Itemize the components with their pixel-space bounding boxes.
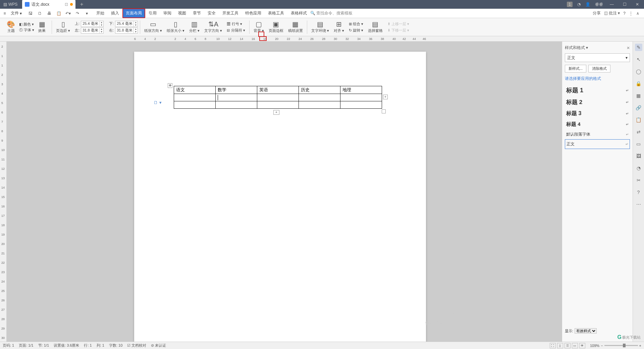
ribbon-tab-9[interactable]: 特色应用 (242, 8, 265, 18)
zoom-in-button[interactable]: + (639, 344, 641, 348)
ribbon-tab-0[interactable]: 开始 (93, 8, 108, 18)
file-menu[interactable]: 文件 ▾ (9, 10, 24, 16)
ribbon-tab-6[interactable]: 章节 (190, 8, 204, 18)
table-header-cell[interactable]: 英语 (257, 86, 299, 94)
paste-icon[interactable]: 📋 (55, 10, 62, 17)
zoom-control[interactable]: 109% − + (590, 344, 641, 348)
style-item[interactable]: 默认段落字体↵ (565, 130, 630, 139)
link-icon[interactable]: 🔗 (635, 104, 642, 111)
style-item[interactable]: 标题 1↵ (565, 84, 630, 96)
image-icon[interactable]: 🖼 (635, 152, 642, 160)
margin-top-input[interactable]: 25.4 毫米▲▼ (81, 21, 104, 27)
current-style-select[interactable]: 正文▾ (565, 53, 630, 62)
help-side-icon[interactable]: ? (635, 189, 642, 196)
add-tab-button[interactable]: + (75, 1, 88, 7)
status-column[interactable]: 列: 1 (97, 343, 104, 348)
shape-icon[interactable]: ◯ (635, 68, 642, 75)
panel-close-button[interactable]: ✕ (627, 46, 630, 50)
clock-icon[interactable]: ◔ (635, 164, 642, 172)
show-select[interactable]: 有效样式 (575, 328, 597, 334)
layout-icon[interactable]: ▦ (635, 92, 642, 99)
ribbon-tab-7[interactable]: 安全 (204, 8, 219, 18)
breaks-button[interactable]: ⊟ 分隔符 ▾ (227, 28, 245, 33)
status-page[interactable]: 页面: 1/1 (19, 343, 33, 348)
maximize-button[interactable]: ☐ (621, 2, 629, 7)
paper-setting-button[interactable]: ▦稿纸设置 (286, 18, 305, 36)
selpane-button[interactable]: ▤选择窗格 (366, 18, 385, 36)
undo-icon[interactable]: ↶▾ (65, 10, 71, 17)
table-header-cell[interactable]: 历史 (299, 86, 340, 94)
ribbon-tab-2[interactable]: 页面布局 (122, 8, 145, 18)
status-line[interactable]: 行: 1 (84, 343, 92, 348)
notif-badge[interactable]: 1 (567, 2, 573, 7)
horizontal-ruler[interactable]: 6422468101214161820222426283032343638404… (0, 36, 644, 42)
ribbon-tab-1[interactable]: 插入 (108, 8, 122, 18)
table-row[interactable] (174, 94, 382, 101)
qat-dropdown-icon[interactable]: ▾ (84, 10, 90, 17)
select-icon[interactable]: ↖ (635, 56, 642, 63)
clear-format-button[interactable]: 清除格式 (588, 65, 610, 72)
margin-left-input[interactable]: 31.8 毫米▲▼ (81, 28, 104, 34)
rotate-button[interactable]: ↻ 旋转 ▾ (349, 28, 363, 33)
page-icon[interactable]: ▭ (635, 140, 642, 148)
status-auth[interactable]: ⊘ 未认证 (151, 343, 166, 348)
table-row[interactable] (174, 101, 382, 109)
user-avatar-icon[interactable]: 👤 (585, 2, 590, 7)
pageborder-button[interactable]: ▣页面边框 (267, 18, 285, 36)
document-table[interactable]: 语文数学英语历史地理 (174, 86, 382, 109)
textwrap-button[interactable]: ▤文字环绕 ▾ (309, 18, 331, 36)
zoom-out-button[interactable]: − (601, 344, 603, 348)
lock-icon[interactable]: 🔒 (635, 80, 642, 87)
status-proof[interactable]: ☑ 文档校对 (127, 343, 146, 348)
view-fullscreen-button[interactable]: ⛶ (550, 343, 556, 348)
save-icon[interactable]: 🖫 (27, 10, 34, 17)
table-resize-handle[interactable] (382, 109, 386, 113)
ribbon-tab-5[interactable]: 视图 (175, 8, 190, 18)
menu-icon[interactable]: ≡ (1, 10, 8, 17)
color-button[interactable]: ◧ 颜色 ▾ (19, 22, 34, 27)
clipboard-icon[interactable]: 📋 (635, 116, 642, 123)
table-header-cell[interactable]: 语文 (174, 86, 216, 94)
annotate-button[interactable]: ◫ 批注 ▾ (604, 10, 620, 16)
size-button[interactable]: ▯纸张大小 ▾ (165, 18, 186, 36)
share-button[interactable]: 分享 (593, 10, 601, 16)
orientation-button[interactable]: ▭纸张方向 ▾ (142, 18, 164, 36)
table-add-column-button[interactable]: + (383, 95, 388, 99)
print-icon[interactable]: 🖶 (46, 10, 53, 17)
help-icon[interactable]: ? (623, 11, 626, 16)
margin-right-input[interactable]: 31.8 毫米▲▼ (115, 28, 138, 34)
pin-icon[interactable]: ⊡ (65, 2, 68, 7)
table-add-row-button[interactable]: + (273, 110, 279, 115)
ribbon-tab-4[interactable]: 审阅 (160, 8, 175, 18)
textdir-button[interactable]: ⇅A文字方向 ▾ (202, 18, 224, 36)
command-search[interactable]: 🔍 查找命令、搜索模板 (310, 10, 353, 16)
close-button[interactable]: ✕ (633, 2, 641, 7)
group-button[interactable]: ⊞ 组合 ▾ (349, 21, 363, 27)
align-button[interactable]: ⊞对齐 ▾ (332, 18, 346, 36)
redo-icon[interactable]: ↷ (74, 10, 81, 17)
collapse-ribbon-icon[interactable]: ∧ (636, 11, 639, 16)
more-side-icon[interactable]: ⋯ (635, 201, 642, 208)
ribbon-tab-11[interactable]: 表格样式 (287, 8, 310, 18)
table-header-cell[interactable]: 数学 (216, 86, 257, 94)
style-item[interactable]: 标题 2↵ (565, 96, 630, 108)
transfer-icon[interactable]: ⇄ (635, 128, 642, 136)
style-item[interactable]: 标题 4↵ (565, 119, 630, 130)
theme-button[interactable]: 🎨主题 (5, 18, 17, 36)
ribbon-tab-3[interactable]: 引用 (145, 8, 160, 18)
status-position[interactable]: 设置值: 3.6厘米 (54, 343, 79, 348)
view-print-button[interactable]: ▯ (557, 343, 563, 348)
ribbon-tab-8[interactable]: 开发工具 (219, 8, 242, 18)
view-web-button[interactable]: ▭ (572, 343, 578, 348)
paragraph-icon[interactable]: 🗋 ▾ (154, 100, 162, 105)
margin-button[interactable]: ▯页边距 ▾ (54, 18, 72, 36)
effect-button[interactable]: ▦效果 (36, 18, 48, 36)
user-name[interactable]: 睿睿 (595, 2, 603, 7)
format-brush-icon[interactable]: ✎ (635, 44, 642, 51)
view-read-button[interactable]: 👁 (579, 343, 585, 348)
font-button[interactable]: ① 字体 ▾ (19, 28, 34, 33)
tools-icon[interactable]: ✂ (635, 177, 642, 184)
table-row[interactable]: 语文数学英语历史地理 (174, 86, 382, 94)
more-icon[interactable]: ⋮ (629, 11, 633, 16)
document-area[interactable]: ✥ 🗋 ▾ 语文数学英语历史地理 + + 激活 Windows 转到"设置"以激… (7, 42, 562, 342)
